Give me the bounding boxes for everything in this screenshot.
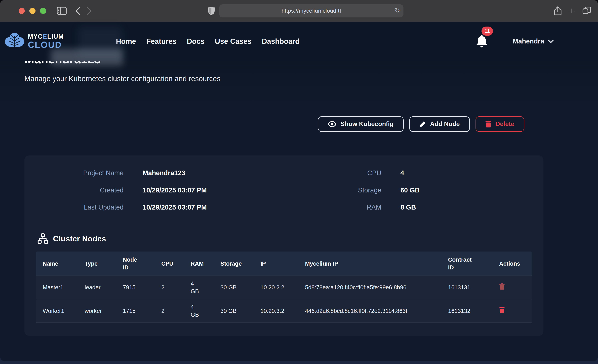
cell-storage: 30 GB bbox=[214, 307, 254, 315]
forward-button-icon[interactable] bbox=[87, 7, 92, 15]
back-button-icon[interactable] bbox=[75, 7, 80, 15]
page-content: Mahendra123 Manage your Kubernetes clust… bbox=[0, 61, 598, 362]
zoom-window-button[interactable] bbox=[40, 8, 46, 14]
reload-icon[interactable]: ↻ bbox=[395, 7, 400, 14]
notifications-button[interactable]: 11 bbox=[476, 35, 488, 48]
bell-icon bbox=[476, 35, 488, 48]
url-bar[interactable]: https://myceliumcloud.tf ↻ bbox=[219, 4, 403, 17]
cell-mycelium-ip: 446:d2a6:8bcd:8c16:ff0f:72e2:3114:863f bbox=[299, 307, 442, 315]
cell-node-id: 7915 bbox=[116, 283, 155, 291]
user-name: Mahendra bbox=[513, 38, 544, 45]
screenshot-stage: https://myceliumcloud.tf ↻ + bbox=[0, 0, 598, 364]
column-header-name: Name bbox=[36, 260, 78, 268]
mycelium-cloud-logo-icon bbox=[5, 32, 25, 50]
browser-chrome: https://myceliumcloud.tf ↻ + bbox=[0, 0, 598, 22]
detail-value: 10/29/2025 03:07 PM bbox=[142, 202, 234, 213]
new-tab-icon[interactable]: + bbox=[569, 6, 575, 16]
column-header-node-id: Node ID bbox=[116, 256, 155, 271]
traffic-lights bbox=[19, 8, 46, 14]
cell-type: leader bbox=[78, 283, 116, 291]
user-menu[interactable]: Mahendra bbox=[513, 38, 554, 45]
brand-text: MYCELIUM CLOUD bbox=[28, 33, 64, 49]
detail-label: Project Name bbox=[25, 168, 124, 178]
minimize-window-button[interactable] bbox=[29, 8, 35, 14]
column-header-actions: Actions bbox=[493, 260, 532, 268]
cluster-details: Project Name Mahendra123 CPU 4 Created 1… bbox=[25, 168, 543, 213]
cell-actions bbox=[493, 307, 532, 315]
column-header-contract-id: Contract ID bbox=[442, 256, 493, 271]
table-header-row: Name Type Node ID CPU RAM Storage IP Myc… bbox=[36, 251, 532, 276]
tab-overview-icon[interactable] bbox=[582, 7, 591, 15]
delete-node-button[interactable] bbox=[499, 307, 505, 313]
column-header-cpu: CPU bbox=[155, 260, 184, 268]
cluster-nodes-heading: Cluster Nodes bbox=[37, 233, 543, 244]
sidebar-toggle-icon[interactable] bbox=[57, 7, 67, 15]
detail-label: RAM bbox=[253, 202, 382, 213]
show-kubeconfig-button[interactable]: Show Kubeconfig bbox=[318, 116, 404, 132]
cell-cpu: 2 bbox=[155, 307, 184, 315]
cell-storage: 30 GB bbox=[214, 283, 254, 291]
cell-ram: 4 GB bbox=[184, 280, 214, 295]
trash-icon bbox=[499, 283, 505, 290]
nav-item-use-cases[interactable]: Use Cases bbox=[215, 37, 251, 45]
cell-contract-id: 1613131 bbox=[442, 283, 493, 291]
detail-value: 60 GB bbox=[400, 185, 544, 195]
cell-node-id: 1715 bbox=[116, 307, 155, 315]
page-title: Mahendra123 bbox=[25, 61, 543, 66]
nav-links: Home Features Docs Use Cases Dashboard bbox=[116, 37, 299, 45]
navbar-right: 11 Mahendra bbox=[476, 22, 554, 61]
page-subtitle: Manage your Kubernetes cluster configura… bbox=[25, 74, 543, 83]
column-header-type: Type bbox=[78, 260, 116, 268]
cell-type: worker bbox=[78, 307, 116, 315]
trash-icon bbox=[499, 307, 505, 313]
table-row: Worker1 worker 1715 2 4 GB 30 GB 10.20.3… bbox=[36, 299, 532, 323]
column-header-ram: RAM bbox=[184, 260, 214, 268]
detail-value: 10/29/2025 03:07 PM bbox=[142, 185, 234, 195]
column-header-storage: Storage bbox=[214, 260, 254, 268]
detail-label: Storage bbox=[253, 185, 382, 195]
cluster-actions: Show Kubeconfig Add Node bbox=[25, 116, 543, 132]
privacy-shield-icon[interactable] bbox=[208, 7, 215, 15]
column-header-ip: IP bbox=[254, 260, 299, 268]
trash-icon bbox=[485, 121, 491, 127]
column-header-mycelium-ip: Mycelium IP bbox=[299, 260, 442, 268]
network-nodes-icon bbox=[37, 233, 49, 244]
notification-badge: 11 bbox=[482, 26, 493, 36]
detail-value: 4 bbox=[400, 168, 544, 178]
chrome-right-icons: + bbox=[554, 0, 591, 22]
brand-logo[interactable]: MYCELIUM CLOUD bbox=[5, 32, 116, 50]
browser-window: https://myceliumcloud.tf ↻ + bbox=[0, 0, 598, 361]
cell-contract-id: 1613132 bbox=[442, 307, 493, 315]
nav-item-features[interactable]: Features bbox=[146, 37, 177, 45]
table-row: Master1 leader 7915 2 4 GB 30 GB 10.20.2… bbox=[36, 276, 532, 299]
detail-value: Mahendra123 bbox=[142, 168, 234, 178]
nav-item-home[interactable]: Home bbox=[116, 37, 136, 45]
pencil-icon bbox=[419, 121, 426, 127]
nav-item-dashboard[interactable]: Dashboard bbox=[262, 37, 299, 45]
table-body: Master1 leader 7915 2 4 GB 30 GB 10.20.2… bbox=[36, 276, 532, 323]
cell-ip: 10.20.2.2 bbox=[254, 283, 299, 291]
cell-cpu: 2 bbox=[155, 283, 184, 291]
cell-name: Worker1 bbox=[36, 307, 78, 315]
cluster-nodes-table: Name Type Node ID CPU RAM Storage IP Myc… bbox=[36, 251, 532, 323]
detail-label: Created bbox=[25, 185, 124, 195]
cell-name: Master1 bbox=[36, 283, 78, 291]
cell-ram: 4 GB bbox=[184, 303, 214, 319]
site-navbar: MYCELIUM CLOUD Home Features Docs Use Ca… bbox=[0, 22, 598, 61]
url-text: https://myceliumcloud.tf bbox=[282, 8, 341, 14]
detail-value: 8 GB bbox=[400, 202, 544, 213]
cell-ip: 10.20.3.2 bbox=[254, 307, 299, 315]
detail-label: CPU bbox=[253, 168, 382, 178]
add-node-button[interactable]: Add Node bbox=[409, 116, 470, 132]
delete-cluster-button[interactable]: Delete bbox=[475, 116, 524, 132]
delete-node-button[interactable] bbox=[499, 283, 505, 290]
cell-mycelium-ip: 5d8:78ea:a120:f40c:ff0f:a5fe:99e6:8b96 bbox=[299, 283, 442, 291]
eye-icon bbox=[328, 121, 336, 127]
cluster-details-card: Project Name Mahendra123 CPU 4 Created 1… bbox=[25, 156, 543, 336]
detail-label: Last Updated bbox=[25, 202, 124, 213]
close-window-button[interactable] bbox=[19, 8, 25, 14]
nav-item-docs[interactable]: Docs bbox=[187, 37, 205, 45]
share-icon[interactable] bbox=[554, 6, 562, 16]
cell-actions bbox=[493, 283, 532, 292]
chevron-down-icon bbox=[548, 40, 554, 43]
